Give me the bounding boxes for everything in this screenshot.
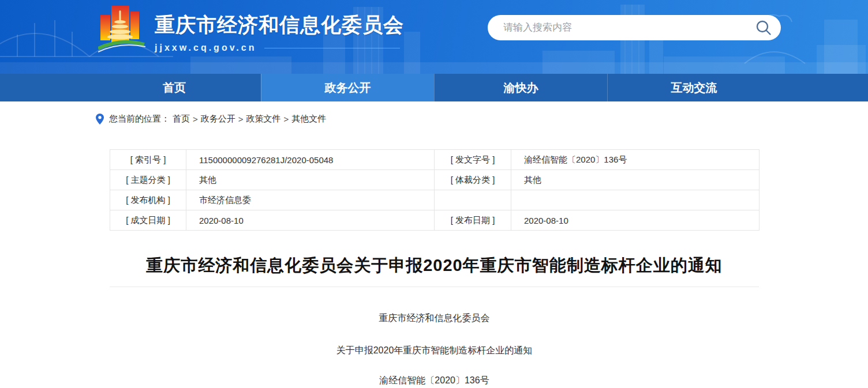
meta-value-genre-category: 其他 xyxy=(511,170,760,190)
location-pin-icon xyxy=(96,114,104,125)
search-button[interactable] xyxy=(755,20,772,36)
meta-label: [ 发布机构 ] xyxy=(110,190,186,210)
article-org-line: 重庆市经济和信息化委员会 xyxy=(110,313,759,323)
main-nav: 首页 政务公开 渝快办 互动交流 xyxy=(0,74,868,101)
breadcrumb-prefix: 您当前的位置： xyxy=(109,114,170,125)
meta-label: [ 体裁分类 ] xyxy=(435,170,511,190)
nav-tab-government-affairs[interactable]: 政务公开 xyxy=(261,74,434,101)
meta-label-empty xyxy=(435,190,511,210)
meta-row-publisher: [ 发布机构 ] 市经济信息委 xyxy=(110,190,760,210)
meta-label: [ 发布日期 ] xyxy=(435,210,511,231)
site-title[interactable]: 重庆市经济和信息化委员会 xyxy=(155,12,404,39)
meta-label: [ 索引号 ] xyxy=(110,150,186,170)
url-underline-decoration xyxy=(264,48,400,48)
meta-label: [ 主题分类 ] xyxy=(110,170,186,190)
meta-row-index-number: [ 索引号 ] 11500000009276281J/2020-05048 [ … xyxy=(110,150,760,170)
nav-tab-interaction[interactable]: 互动交流 xyxy=(607,74,780,101)
search-box xyxy=(488,15,781,40)
breadcrumb-item-policy-documents[interactable]: 政策文件 xyxy=(246,114,281,125)
brand-text: 重庆市经济和信息化委员会 jjxxw.cq.gov.cn xyxy=(155,12,404,53)
breadcrumb: 您当前的位置： 首页 > 政务公开 > 政策文件 > 其他文件 xyxy=(96,113,868,125)
nav-tab-home[interactable]: 首页 xyxy=(88,74,261,101)
search-icon xyxy=(755,20,772,36)
meta-value-empty xyxy=(511,190,760,210)
meta-value-written-date: 2020-08-10 xyxy=(186,210,435,231)
meta-value-publish-date: 2020-08-10 xyxy=(511,210,760,231)
search-input[interactable] xyxy=(502,21,755,34)
article-title: 重庆市经济和信息化委员会关于申报2020年重庆市智能制造标杆企业的通知 xyxy=(110,255,759,287)
meta-row-dates: [ 成文日期 ] 2020-08-10 [ 发布日期 ] 2020-08-10 xyxy=(110,210,760,231)
meta-value-index-number: 11500000009276281J/2020-05048 xyxy=(186,150,435,170)
breadcrumb-item-government-affairs[interactable]: 政务公开 xyxy=(201,114,235,125)
meta-value-document-number: 渝经信智能〔2020〕136号 xyxy=(511,150,760,170)
breadcrumb-separator: > xyxy=(193,114,198,124)
meta-label: [ 成文日期 ] xyxy=(110,210,186,231)
breadcrumb-item-home[interactable]: 首页 xyxy=(173,114,190,125)
meta-row-classification: [ 主题分类 ] 其他 [ 体裁分类 ] 其他 xyxy=(110,170,760,190)
nav-tab-yukuaiban[interactable]: 渝快办 xyxy=(434,74,607,101)
article-docnumber-line: 渝经信智能〔2020〕136号 xyxy=(110,375,759,386)
breadcrumb-item-other-documents[interactable]: 其他文件 xyxy=(291,114,326,125)
article-subject-line: 关于申报2020年重庆市智能制造标杆企业的通知 xyxy=(110,345,759,356)
article-content: [ 索引号 ] 11500000009276281J/2020-05048 [ … xyxy=(110,149,759,386)
meta-value-publishing-agency: 市经济信息委 xyxy=(186,190,435,210)
meta-value-topic-category: 其他 xyxy=(186,170,435,190)
page: 重庆市经济和信息化委员会 jjxxw.cq.gov.cn 首页 政务公开 渝快办… xyxy=(0,0,868,388)
meta-label: [ 发文字号 ] xyxy=(435,150,511,170)
site-url: jjxxw.cq.gov.cn xyxy=(155,43,256,53)
document-meta-table: [ 索引号 ] 11500000009276281J/2020-05048 [ … xyxy=(110,149,760,231)
breadcrumb-separator: > xyxy=(284,114,289,124)
breadcrumb-separator: > xyxy=(238,114,244,124)
site-header: 重庆市经济和信息化委员会 jjxxw.cq.gov.cn xyxy=(0,0,868,74)
site-logo[interactable] xyxy=(98,5,154,54)
